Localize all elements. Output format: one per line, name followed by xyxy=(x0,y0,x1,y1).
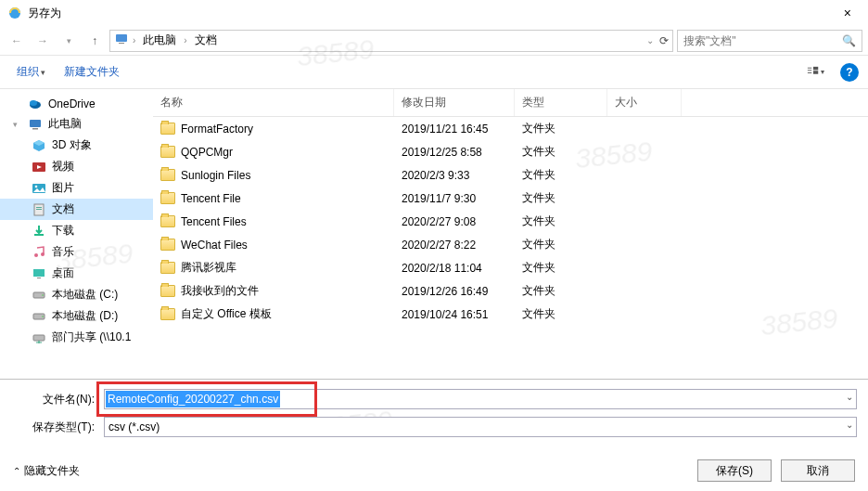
file-name: Tencent Files xyxy=(181,215,247,228)
svg-rect-1 xyxy=(116,34,127,42)
folder-icon xyxy=(160,285,175,297)
file-size xyxy=(607,243,682,247)
breadcrumb[interactable]: › 此电脑 › 文档 ⌄ ⟳ xyxy=(109,30,673,52)
pc-icon xyxy=(114,32,129,49)
col-name-header[interactable]: 名称 xyxy=(153,89,394,116)
file-row[interactable]: WeChat Files2020/2/27 8:22文件夹 xyxy=(153,233,868,256)
file-row[interactable]: 我接收到的文件2019/12/26 16:49文件夹 xyxy=(153,279,868,303)
search-box[interactable]: 🔍 xyxy=(677,30,862,52)
new-folder-button[interactable]: 新建文件夹 xyxy=(57,60,127,84)
sidebar-item[interactable]: OneDrive xyxy=(0,95,153,113)
col-size-header[interactable]: 大小 xyxy=(607,89,682,116)
back-button[interactable]: ← xyxy=(6,30,28,52)
cancel-button[interactable]: 取消 xyxy=(781,459,855,482)
breadcrumb-seg-0[interactable]: 此电脑 xyxy=(139,31,180,50)
expand-icon[interactable]: ▾ xyxy=(13,120,22,129)
file-date: 2020/2/3 9:33 xyxy=(394,167,515,184)
file-size xyxy=(607,266,682,270)
file-name: WeChat Files xyxy=(181,239,248,252)
music-icon xyxy=(32,246,46,259)
up-button[interactable]: ↑ xyxy=(83,30,106,52)
download-icon xyxy=(32,225,46,238)
file-name: FormatFactory xyxy=(181,123,253,136)
file-size xyxy=(607,174,682,177)
navbar: ← → ▾ ↑ › 此电脑 › 文档 ⌄ ⟳ 🔍 xyxy=(0,26,868,56)
file-type: 文件夹 xyxy=(515,119,607,138)
sidebar-item[interactable]: 文档 xyxy=(0,199,153,220)
refresh-icon[interactable]: ⟳ xyxy=(659,34,669,47)
sidebar-item-label: OneDrive xyxy=(48,97,96,110)
folder-icon xyxy=(160,239,175,251)
sidebar-item[interactable]: 视频 xyxy=(0,156,153,177)
toolbar: 组织▾ 新建文件夹 ▾ ? xyxy=(0,56,868,89)
svg-point-21 xyxy=(41,252,45,256)
organize-menu[interactable]: 组织▾ xyxy=(9,60,53,84)
filename-dropdown-icon[interactable]: ⌄ xyxy=(846,392,853,402)
filename-label: 文件名(N): xyxy=(11,392,104,407)
col-date-header[interactable]: 修改日期 xyxy=(394,89,515,116)
file-date: 2019/10/24 16:51 xyxy=(394,306,515,323)
folder-icon xyxy=(160,215,175,227)
filetype-input[interactable] xyxy=(104,417,857,437)
column-headers: 名称 修改日期 类型 大小 xyxy=(153,89,868,117)
file-type: 文件夹 xyxy=(515,258,607,278)
filetype-dropdown-icon[interactable]: ⌄ xyxy=(846,420,853,430)
sidebar-item[interactable]: 图片 xyxy=(0,177,153,199)
hide-folders-toggle[interactable]: ⌃ 隐藏文件夹 xyxy=(13,463,80,479)
sidebar-item[interactable]: 3D 对象 xyxy=(0,135,153,156)
svg-rect-23 xyxy=(37,278,41,278)
file-row[interactable]: 自定义 Office 模板2019/10/24 16:51文件夹 xyxy=(153,303,868,326)
sidebar-item[interactable]: ▾此电脑 xyxy=(0,113,153,135)
folder-icon xyxy=(160,308,175,320)
folder-icon xyxy=(160,169,175,181)
view-mode-button[interactable]: ▾ xyxy=(801,62,829,83)
file-type: 文件夹 xyxy=(515,281,607,301)
netdisk-icon xyxy=(32,331,46,344)
svg-rect-17 xyxy=(36,207,42,208)
file-size xyxy=(607,313,682,317)
file-row[interactable]: FormatFactory2019/11/21 16:45文件夹 xyxy=(153,117,868,140)
file-type: 文件夹 xyxy=(515,142,607,162)
file-date: 2020/2/27 8:22 xyxy=(394,237,515,253)
folder-icon xyxy=(160,262,175,274)
sidebar-item[interactable]: 音乐 xyxy=(0,241,153,263)
file-date: 2019/12/25 8:58 xyxy=(394,144,515,161)
sidebar-item[interactable]: 部门共享 (\\10.1 xyxy=(0,327,153,348)
svg-rect-11 xyxy=(32,128,38,130)
file-size xyxy=(607,197,682,200)
file-row[interactable]: Tencent File2019/11/7 9:30文件夹 xyxy=(153,187,868,210)
search-icon[interactable]: 🔍 xyxy=(842,34,856,47)
file-row[interactable]: 腾讯影视库2020/2/18 11:04文件夹 xyxy=(153,256,868,279)
search-input[interactable] xyxy=(683,34,823,47)
svg-point-15 xyxy=(35,185,38,187)
sidebar-item[interactable]: 下载 xyxy=(0,220,153,241)
breadcrumb-seg-1[interactable]: 文档 xyxy=(191,31,221,50)
file-row[interactable]: Sunlogin Files2020/2/3 9:33文件夹 xyxy=(153,163,868,187)
forward-button[interactable]: → xyxy=(32,30,54,52)
thispc-icon xyxy=(28,118,43,131)
file-row[interactable]: QQPCMgr2019/12/25 8:58文件夹 xyxy=(153,140,868,163)
svg-rect-22 xyxy=(33,269,45,277)
svg-point-20 xyxy=(34,253,38,257)
file-size xyxy=(607,220,682,224)
onedrive-icon xyxy=(28,97,43,110)
svg-rect-6 xyxy=(813,66,818,70)
recent-dropdown[interactable]: ▾ xyxy=(57,30,80,52)
filename-input[interactable] xyxy=(104,389,857,409)
pictures-icon xyxy=(32,182,46,195)
file-date: 2020/2/27 9:08 xyxy=(394,213,515,230)
chevron-right-icon: › xyxy=(184,35,186,45)
3d-icon xyxy=(32,139,46,152)
file-date: 2020/2/18 11:04 xyxy=(394,260,515,277)
col-type-header[interactable]: 类型 xyxy=(515,89,607,116)
sidebar-item[interactable]: 本地磁盘 (D:) xyxy=(0,305,153,327)
sidebar-item-label: 部门共享 (\\10.1 xyxy=(52,329,131,345)
sidebar-item[interactable]: 本地磁盘 (C:) xyxy=(0,284,153,305)
window-title: 另存为 xyxy=(28,6,61,21)
chevron-down-icon[interactable]: ⌄ xyxy=(646,35,654,45)
file-row[interactable]: Tencent Files2020/2/27 9:08文件夹 xyxy=(153,210,868,233)
save-button[interactable]: 保存(S) xyxy=(697,459,772,482)
sidebar-item[interactable]: 桌面 xyxy=(0,263,153,284)
help-button[interactable]: ? xyxy=(840,63,859,82)
close-button[interactable]: × xyxy=(835,2,861,24)
